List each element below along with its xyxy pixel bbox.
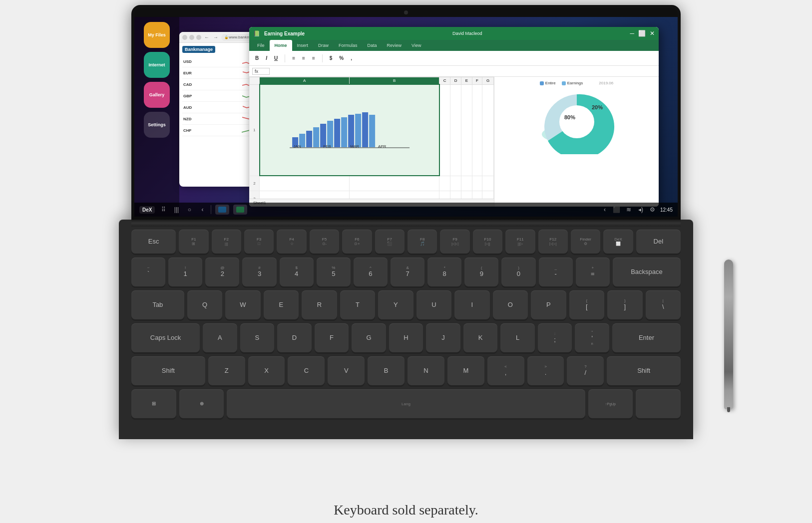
key-1[interactable]: !1 — [168, 258, 202, 286]
key-r[interactable]: R — [302, 290, 337, 319]
key-enter[interactable]: Enter — [612, 323, 681, 352]
key-a[interactable]: A — [203, 323, 237, 352]
key-f9[interactable]: F9|◁◁ — [440, 230, 469, 254]
key-lbracket[interactable]: {[ — [569, 290, 604, 319]
col-header-c[interactable]: C — [439, 77, 450, 85]
key-f4[interactable]: F4☆ — [277, 230, 306, 254]
key-f8[interactable]: F8🎵 — [407, 230, 437, 254]
dex-logo-label[interactable]: DeX — [139, 206, 155, 214]
excel-close-btn[interactable]: ✕ — [650, 30, 655, 37]
key-backslash[interactable]: |\ — [646, 290, 681, 319]
excel-tab-draw[interactable]: Draw — [313, 40, 334, 51]
key-o[interactable]: O — [493, 290, 528, 319]
key-finder[interactable]: Finder⚙ — [571, 230, 600, 254]
key-e[interactable]: E — [264, 290, 299, 319]
key-5[interactable]: %5 — [317, 258, 351, 286]
browser-forward-btn[interactable]: → — [212, 34, 219, 40]
key-f1[interactable]: F1⊞ — [179, 230, 208, 254]
app-icon-settings[interactable]: Settings — [144, 112, 170, 138]
excel-align-left-btn[interactable]: ≡ — [290, 54, 297, 62]
key-v[interactable]: V — [328, 356, 365, 385]
key-q[interactable]: Q — [187, 290, 222, 319]
excel-align-right-btn[interactable]: ≡ — [310, 54, 317, 62]
taskbar-back-icon[interactable]: ‹ — [198, 205, 207, 214]
taskbar-settings-icon[interactable]: ⚙ — [648, 205, 657, 214]
key-space-lang[interactable]: Lang — [227, 389, 585, 418]
col-header-f[interactable]: F — [472, 77, 482, 85]
excel-maximize-btn[interactable]: ⬜ — [638, 30, 646, 37]
key-tab[interactable]: Tab — [131, 290, 184, 319]
key-t[interactable]: T — [340, 290, 375, 319]
excel-tab-home[interactable]: Home — [270, 40, 292, 51]
app-icon-internet[interactable]: Internet — [144, 52, 170, 78]
excel-tab-formulas[interactable]: Formulas — [334, 40, 363, 51]
key-lshift[interactable]: Shift — [131, 356, 205, 385]
key-i[interactable]: I — [454, 290, 489, 319]
key-f12[interactable]: F12▷▷| — [538, 230, 568, 254]
key-9[interactable]: (9 — [464, 258, 498, 286]
key-rshift[interactable]: Shift — [607, 356, 681, 385]
key-w[interactable]: W — [225, 290, 260, 319]
excel-format-btn[interactable]: $ — [328, 54, 335, 62]
key-b[interactable]: B — [368, 356, 405, 385]
excel-minimize-btn[interactable]: ─ — [630, 30, 634, 37]
key-ctrl[interactable]: ⊕ — [179, 389, 224, 418]
key-u[interactable]: U — [416, 290, 451, 319]
excel-tab-file[interactable]: File — [252, 40, 270, 51]
taskbar-nav-left-icon[interactable]: ‹ — [600, 205, 609, 214]
excel-italic-btn[interactable]: I — [264, 54, 269, 62]
excel-align-center-btn[interactable]: ≡ — [300, 54, 307, 62]
excel-tab-view[interactable]: View — [406, 40, 426, 51]
col-header-b[interactable]: B — [350, 77, 439, 85]
taskbar-home-icon[interactable]: ○ — [185, 205, 194, 214]
key-f5[interactable]: F5⊙- — [310, 230, 339, 254]
key-pgdn[interactable] — [636, 389, 681, 418]
key-slash[interactable]: ?/ — [567, 356, 604, 385]
key-f7[interactable]: F7⬛ — [375, 230, 405, 254]
excel-tab-insert[interactable]: Insert — [292, 40, 314, 51]
window-maximize-btn[interactable] — [189, 35, 194, 40]
key-g[interactable]: G — [352, 323, 386, 352]
taskbar-multitask-icon[interactable]: ||| — [172, 205, 181, 214]
key-z[interactable]: Z — [208, 356, 245, 385]
key-backtick[interactable]: ~` — [131, 258, 165, 286]
col-header-a[interactable]: A — [260, 77, 350, 85]
key-s[interactable]: S — [240, 323, 275, 352]
taskbar-wifi-icon[interactable]: ≋ — [624, 205, 633, 214]
taskbar-running-app-1[interactable] — [215, 205, 229, 215]
key-l[interactable]: L — [500, 323, 535, 352]
key-backspace[interactable]: Backspace — [613, 258, 681, 286]
key-semicolon[interactable]: :; — [538, 323, 572, 352]
key-quote[interactable]: "'n — [575, 323, 609, 352]
taskbar-browser-icon[interactable]: ⬛ — [612, 205, 621, 214]
key-dex[interactable]: DeX⬜ — [603, 230, 633, 254]
key-7[interactable]: &7 — [391, 258, 424, 286]
key-j[interactable]: J — [426, 323, 460, 352]
col-header-g[interactable]: G — [482, 77, 494, 85]
key-0[interactable]: )0 — [501, 258, 535, 286]
key-rbracket[interactable]: }] — [607, 290, 642, 319]
key-c[interactable]: C — [288, 356, 325, 385]
key-f2[interactable]: F2||| — [212, 230, 241, 254]
key-f11[interactable]: F11||▷ — [505, 230, 535, 254]
key-y[interactable]: Y — [378, 290, 413, 319]
key-fn[interactable]: ⊞ — [131, 389, 176, 418]
taskbar-grid-icon[interactable]: ⠿ — [159, 205, 168, 214]
excel-percent-btn[interactable]: % — [337, 54, 346, 62]
app-icon-myfiles[interactable]: My Files — [144, 22, 170, 48]
key-n[interactable]: N — [407, 356, 444, 385]
excel-tab-data[interactable]: Data — [363, 40, 382, 51]
key-comma[interactable]: <, — [487, 356, 524, 385]
excel-bold-btn[interactable]: B — [253, 54, 261, 62]
key-f[interactable]: F — [315, 323, 349, 352]
browser-back-btn[interactable]: ← — [203, 34, 210, 40]
col-header-e[interactable]: E — [461, 77, 472, 85]
key-esc[interactable]: Esc — [131, 230, 176, 254]
key-k[interactable]: K — [463, 323, 498, 352]
key-del[interactable]: Del — [636, 230, 681, 254]
key-equals[interactable]: += — [576, 258, 610, 286]
key-pgup[interactable]: ↑PgUp — [588, 389, 633, 418]
window-minimize-btn[interactable] — [182, 35, 187, 40]
key-4[interactable]: $4 — [280, 258, 314, 286]
key-f6[interactable]: F6⊙+ — [342, 230, 372, 254]
